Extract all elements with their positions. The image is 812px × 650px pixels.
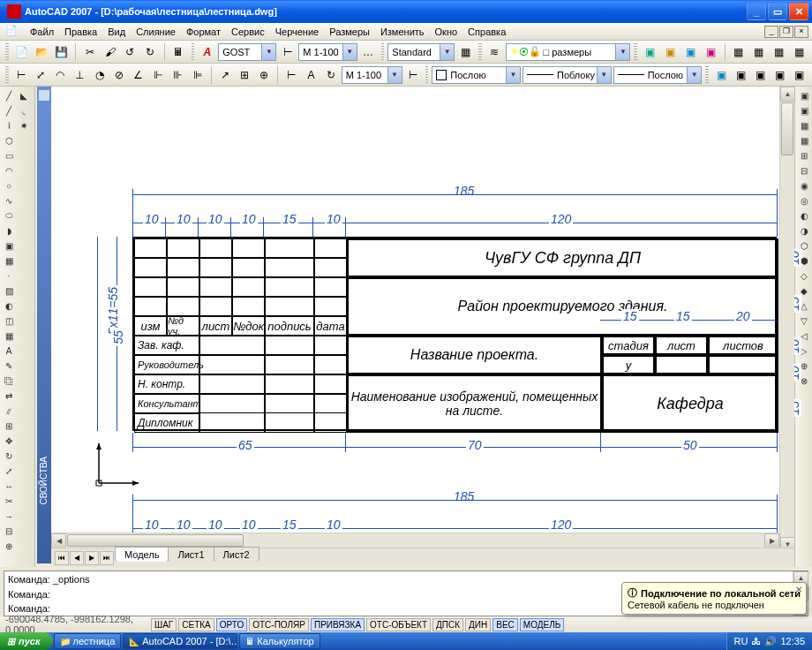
r-icon-16[interactable]: ▽ [797, 314, 811, 328]
drawing-canvas[interactable]: 185 10 10 10 10 15 10 120 изм № [51, 87, 794, 567]
move-icon[interactable]: ✥ [2, 434, 16, 448]
clock[interactable]: 12:35 [780, 636, 805, 646]
dim-align-icon[interactable]: ⤢ [32, 65, 49, 85]
menu-tools[interactable]: Сервис [226, 25, 270, 39]
tray-volume-icon[interactable]: 🔊 [764, 636, 777, 647]
scroll-right-icon[interactable]: ▶ [764, 533, 779, 548]
spline-icon[interactable]: ∿ [2, 193, 16, 208]
tb-icon-5[interactable]: ▦ [730, 42, 748, 62]
minimize-button[interactable]: _ [747, 3, 766, 20]
table-icon[interactable]: ▦ [2, 329, 16, 343]
ltype-combo[interactable]: Поблоку▼ [523, 66, 612, 84]
break-icon[interactable]: ⊟ [2, 524, 16, 538]
region-icon[interactable]: ◫ [2, 314, 16, 328]
lweight-combo[interactable]: Послою▼ [613, 66, 703, 84]
sb-otrack[interactable]: ОТС-ОБЪЕКТ [366, 618, 431, 631]
trim-icon[interactable]: ✂ [2, 494, 16, 508]
tab-prev-icon[interactable]: ◀ [70, 551, 84, 565]
tab-last-icon[interactable]: ⏭ [100, 551, 114, 565]
sb-polar[interactable]: ОТС-ПОЛЯР [249, 618, 309, 631]
tb-icon-7[interactable]: ▦ [770, 42, 788, 62]
task-autocad[interactable]: 📐 AutoCAD 2007 - [D:\… [123, 633, 237, 649]
tab-sheet2[interactable]: Лист2 [214, 547, 259, 562]
block-icon[interactable]: ▦ [2, 253, 16, 268]
maximize-button[interactable]: ▭ [768, 3, 787, 20]
scroll-thumb-v[interactable] [781, 102, 793, 155]
tb-icon-2[interactable]: ▣ [661, 42, 680, 62]
dim-base-icon[interactable]: ⊪ [169, 65, 186, 85]
mtext-icon[interactable]: A [2, 344, 16, 358]
dim-arc-icon[interactable]: ◠ [51, 65, 69, 85]
scroll-up-icon[interactable]: ▲ [780, 87, 795, 102]
table-style-icon[interactable]: ▦ [456, 42, 475, 62]
doc-restore-button[interactable]: ❐ [779, 26, 793, 38]
r-icon-7[interactable]: ◉ [797, 178, 811, 193]
dim-leader-icon[interactable]: ↗ [216, 65, 234, 85]
hscrollbar[interactable]: ◀ ▶ [51, 533, 779, 548]
menu-edit[interactable]: Правка [59, 25, 102, 39]
dimstyle-mgr-icon[interactable]: ⊢ [404, 65, 422, 85]
textstyle-icon[interactable]: A [198, 42, 216, 62]
hatch-icon[interactable]: ▨ [2, 283, 16, 298]
style-combo[interactable]: GOST▼ [218, 43, 276, 61]
dim-rad-icon[interactable]: ◔ [90, 65, 108, 85]
tb2-icon-5[interactable]: ▣ [791, 65, 808, 85]
properties-sidetab[interactable]: СВОЙСТВА [37, 87, 51, 563]
redo-icon[interactable]: ↻ [141, 42, 160, 62]
r-icon-4[interactable]: ▦ [797, 133, 811, 147]
sb-dyn[interactable]: ДИН [465, 618, 491, 631]
dim-lin-icon[interactable]: ⊢ [12, 65, 30, 85]
join-icon[interactable]: ⊕ [2, 539, 16, 553]
sb-grid[interactable]: СЕТКА [178, 618, 214, 631]
doc-minimize-button[interactable]: _ [764, 26, 778, 38]
dim-ord-icon[interactable]: ⊥ [71, 65, 88, 85]
tb-icon-8[interactable]: ▦ [790, 42, 808, 62]
tb2-icon-2[interactable]: ▣ [732, 65, 749, 85]
menu-format[interactable]: Формат [181, 25, 226, 39]
menu-dim[interactable]: Размеры [324, 25, 375, 39]
extend-icon[interactable]: → [2, 509, 16, 523]
insert-icon[interactable]: ▣ [2, 238, 16, 253]
xline-icon[interactable]: ╱ [2, 103, 16, 117]
line-icon[interactable]: ╱ [2, 88, 16, 102]
dim-edit-icon[interactable]: ⊢ [282, 65, 300, 85]
r-icon-8[interactable]: ◎ [797, 193, 811, 208]
r-icon-13[interactable]: ◇ [797, 268, 811, 283]
menu-modify[interactable]: Изменить [375, 25, 430, 39]
dim-style-icon[interactable]: ⊢ [278, 42, 297, 62]
task-calc[interactable]: 🖩 Калькулятор [239, 633, 320, 649]
r-icon-10[interactable]: ◑ [797, 223, 811, 238]
task-folder[interactable]: 📁 лестница [54, 633, 122, 649]
menu-file[interactable]: Файл [25, 25, 59, 39]
r-icon-6[interactable]: ⊟ [797, 163, 811, 178]
tab-sheet1[interactable]: Лист1 [168, 547, 214, 562]
dim-tedit-icon[interactable]: A [302, 65, 320, 85]
chamfer-icon[interactable]: ◣ [17, 88, 31, 102]
tray-network-icon[interactable]: 🖧 [751, 636, 761, 646]
array-icon[interactable]: ⊞ [2, 419, 16, 433]
r-icon-9[interactable]: ◐ [797, 208, 811, 223]
sb-dpsk[interactable]: ДПСК [432, 618, 463, 631]
scroll-left-icon[interactable]: ◀ [51, 533, 66, 548]
balloon-close-icon[interactable]: ✕ [795, 585, 802, 594]
rect-icon[interactable]: ▭ [2, 148, 16, 162]
scroll-thumb-h[interactable] [67, 534, 244, 547]
dim-update-icon[interactable]: ↻ [322, 65, 340, 85]
close-button[interactable]: ✕ [789, 3, 808, 20]
arc-icon[interactable]: ◠ [2, 163, 16, 178]
menu-draw[interactable]: Черчение [270, 25, 325, 39]
dimstyle-combo[interactable]: M 1-100▼ [342, 66, 402, 84]
tab-next-icon[interactable]: ▶ [85, 551, 99, 565]
dim-ang-icon[interactable]: ∠ [130, 65, 147, 85]
menu-merge[interactable]: Слияние [131, 25, 181, 39]
scale-combo[interactable]: M 1-100▼ [298, 43, 357, 61]
new-icon[interactable]: 📄 [12, 42, 31, 62]
sb-ortho[interactable]: ОРТО [216, 618, 247, 631]
r-icon-3[interactable]: ▦ [797, 118, 811, 132]
point-icon[interactable]: · [2, 268, 16, 283]
sb-model[interactable]: МОДЕЛЬ [520, 618, 564, 631]
tb2-icon-1[interactable]: ▣ [712, 65, 730, 85]
explode-icon[interactable]: ✷ [17, 118, 31, 132]
r-icon-1[interactable]: ▣ [797, 88, 811, 102]
r-icon-2[interactable]: ▣ [797, 103, 811, 117]
